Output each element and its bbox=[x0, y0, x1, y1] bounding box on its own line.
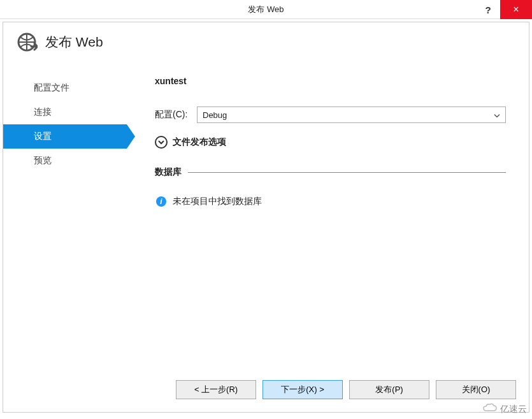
content-pane: xuntest 配置(C): Debug 文件发布选项 bbox=[127, 59, 529, 371]
expander-label: 文件发布选项 bbox=[173, 136, 226, 148]
config-select[interactable]: Debug bbox=[197, 107, 506, 123]
expand-icon bbox=[155, 136, 168, 149]
dialog-title: 发布 Web bbox=[45, 33, 103, 51]
sidebar-item-label: 配置文件 bbox=[34, 82, 69, 92]
button-label: < 上一步(R) bbox=[194, 384, 238, 395]
dialog: 发布 Web 配置文件 连接 设置 预览 xuntest 配置(C): Debu… bbox=[3, 22, 529, 413]
info-icon: i bbox=[156, 196, 166, 207]
window-controls: ? × bbox=[476, 0, 532, 19]
next-button[interactable]: 下一步(X) > bbox=[262, 380, 343, 399]
project-name: xuntest bbox=[155, 76, 506, 86]
sidebar-item-profile[interactable]: 配置文件 bbox=[3, 76, 127, 100]
footer: < 上一步(R) 下一步(X) > 发布(P) 关闭(O) bbox=[3, 371, 529, 412]
config-value: Debug bbox=[203, 110, 227, 120]
prev-button[interactable]: < 上一步(R) bbox=[176, 380, 256, 399]
button-label: 发布(P) bbox=[375, 384, 403, 395]
section-divider bbox=[188, 172, 506, 173]
sidebar-item-settings[interactable]: 设置 bbox=[3, 124, 127, 149]
config-label: 配置(C): bbox=[155, 109, 192, 121]
titlebar: 发布 Web ? × bbox=[0, 0, 532, 19]
sidebar-item-label: 连接 bbox=[34, 107, 52, 117]
chevron-down-icon bbox=[494, 110, 500, 120]
wizard-sidebar: 配置文件 连接 设置 预览 bbox=[3, 59, 127, 371]
dialog-header: 发布 Web bbox=[3, 22, 529, 59]
button-label: 关闭(O) bbox=[462, 384, 491, 395]
close-button[interactable]: × bbox=[500, 0, 532, 19]
help-button[interactable]: ? bbox=[476, 0, 500, 19]
publish-button[interactable]: 发布(P) bbox=[349, 380, 429, 399]
notice-text: 未在项目中找到数据库 bbox=[173, 196, 262, 207]
button-label: 下一步(X) > bbox=[281, 384, 324, 395]
sidebar-item-preview[interactable]: 预览 bbox=[3, 149, 127, 173]
close-dialog-button[interactable]: 关闭(O) bbox=[436, 380, 516, 399]
window-title: 发布 Web bbox=[248, 4, 284, 15]
config-row: 配置(C): Debug bbox=[155, 107, 506, 123]
globe-icon bbox=[16, 31, 38, 53]
database-section: 数据库 bbox=[155, 166, 506, 178]
section-title: 数据库 bbox=[155, 166, 182, 178]
db-notice: i 未在项目中找到数据库 bbox=[155, 196, 506, 207]
sidebar-item-label: 设置 bbox=[34, 131, 52, 141]
file-publish-expander[interactable]: 文件发布选项 bbox=[155, 136, 506, 149]
sidebar-item-connection[interactable]: 连接 bbox=[3, 100, 127, 124]
sidebar-item-label: 预览 bbox=[34, 155, 52, 165]
